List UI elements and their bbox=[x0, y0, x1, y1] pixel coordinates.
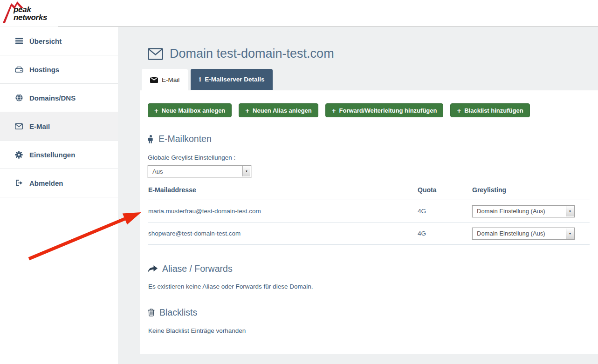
quota-cell: 4G bbox=[417, 200, 472, 222]
tab-mailserver-details[interactable]: i E-Mailserver Details bbox=[191, 69, 273, 90]
aliases-empty-text: Es existieren keine Aliase oder Forwards… bbox=[148, 283, 313, 290]
add-mailbox-label: Neue Mailbox anlegen bbox=[162, 107, 226, 114]
greylisting-row-select[interactable]: Domain Einstellung (Aus) ▼ bbox=[472, 228, 575, 240]
trash-icon bbox=[148, 309, 155, 317]
add-blacklist-label: Blacklist hinzufügen bbox=[464, 107, 523, 114]
aliases-heading: Aliase / Forwards bbox=[148, 263, 233, 274]
brand-line2: networks bbox=[14, 13, 47, 22]
mail-accounts-heading: E-Mailkonten bbox=[148, 134, 212, 144]
envelope-title-icon bbox=[148, 48, 163, 60]
sidebar-item-label: Abmelden bbox=[29, 179, 63, 187]
table-row: maria.musterfrau@test-domain-test.com 4G… bbox=[148, 200, 590, 222]
sidebar-item-label: Übersicht bbox=[29, 37, 62, 45]
bars-icon bbox=[14, 38, 23, 44]
plus-icon: + bbox=[457, 107, 461, 114]
sidebar-item-label: E-Mail bbox=[29, 122, 50, 130]
plus-icon: + bbox=[332, 107, 336, 114]
blacklists-empty-text: Keine Blacklist Einträge vorhanden bbox=[148, 327, 246, 334]
tab-mailserver-details-label: E-Mailserver Details bbox=[205, 76, 264, 83]
tab-email[interactable]: E-Mail bbox=[142, 69, 188, 90]
tab-bar: E-Mail i E-Mailserver Details bbox=[142, 69, 273, 90]
gear-icon bbox=[14, 151, 23, 159]
table-row: shopware@test-domain-test.com 4G Domain … bbox=[148, 222, 590, 245]
envelope-icon bbox=[14, 123, 23, 129]
sidebar-item-label: Domains/DNS bbox=[29, 94, 76, 102]
top-header: peak networks bbox=[0, 0, 598, 27]
sidebar-item-label: Einstellungen bbox=[29, 151, 75, 159]
add-forward-button[interactable]: + Forward/Weiterleitung hinzufügen bbox=[325, 103, 444, 117]
sign-out-icon bbox=[14, 180, 23, 186]
sidebar-nav: Übersicht Hostings bbox=[0, 27, 118, 364]
table-header-row: E-Mailaddresse Quota Greylisting bbox=[148, 182, 590, 200]
add-blacklist-button[interactable]: + Blacklist hinzufügen bbox=[450, 103, 529, 117]
mail-accounts-heading-text: E-Mailkonten bbox=[158, 134, 212, 144]
chevron-down-icon: ▼ bbox=[242, 166, 250, 176]
brand-name: peak networks bbox=[14, 6, 47, 21]
greylist-global-label: Globale Greylist Einstellungen : bbox=[148, 154, 235, 161]
greylisting-row-select-value: Domain Einstellung (Aus) bbox=[477, 208, 545, 215]
page-title-text: Domain test-domain-test.com bbox=[170, 47, 334, 61]
chevron-down-icon: ▼ bbox=[566, 229, 574, 239]
greylist-global-select[interactable]: Aus ▼ bbox=[148, 165, 251, 177]
main-content: Domain test-domain-test.com E-Mail i E-M… bbox=[118, 27, 598, 364]
email-cell: maria.musterfrau@test-domain-test.com bbox=[148, 200, 417, 222]
chevron-down-icon: ▼ bbox=[566, 206, 574, 216]
share-arrow-icon bbox=[148, 265, 158, 273]
plus-icon: + bbox=[245, 107, 249, 114]
hdd-icon bbox=[14, 66, 23, 73]
quota-cell: 4G bbox=[417, 222, 472, 245]
email-cell: shopware@test-domain-test.com bbox=[148, 222, 417, 245]
globe-icon bbox=[14, 94, 23, 101]
app-root: peak networks Übersicht bbox=[0, 0, 598, 364]
column-header-email: E-Mailaddresse bbox=[148, 182, 417, 200]
greylist-global-select-value: Aus bbox=[152, 168, 163, 175]
envelope-filled-icon bbox=[150, 77, 158, 83]
add-alias-button[interactable]: + Neuen Alias anlegen bbox=[239, 103, 318, 117]
info-icon: i bbox=[199, 76, 201, 83]
add-alias-label: Neuen Alias anlegen bbox=[253, 107, 312, 114]
person-icon bbox=[148, 135, 154, 143]
column-header-greylisting: Greylisting bbox=[472, 182, 590, 200]
sidebar-item-abmelden[interactable]: Abmelden bbox=[0, 169, 118, 197]
greylisting-row-select[interactable]: Domain Einstellung (Aus) ▼ bbox=[472, 205, 575, 217]
sidebar-item-hostings[interactable]: Hostings bbox=[0, 55, 118, 84]
sidebar-item-domains-dns[interactable]: Domains/DNS bbox=[0, 84, 118, 112]
brand-logo[interactable]: peak networks bbox=[0, 0, 58, 27]
sidebar-item-einstellungen[interactable]: Einstellungen bbox=[0, 141, 118, 169]
sidebar-item-email[interactable]: E-Mail bbox=[0, 112, 118, 141]
sidebar-item-uebersicht[interactable]: Übersicht bbox=[0, 27, 118, 55]
blacklists-heading-text: Blacklists bbox=[159, 307, 197, 318]
blacklists-heading: Blacklists bbox=[148, 307, 197, 318]
aliases-heading-text: Aliase / Forwards bbox=[162, 263, 233, 274]
column-header-quota: Quota bbox=[417, 182, 472, 200]
add-mailbox-button[interactable]: + Neue Mailbox anlegen bbox=[148, 103, 232, 117]
page-title: Domain test-domain-test.com bbox=[148, 47, 334, 61]
action-button-row: + Neue Mailbox anlegen + Neuen Alias anl… bbox=[148, 103, 530, 117]
greylisting-row-select-value: Domain Einstellung (Aus) bbox=[477, 230, 545, 237]
tab-email-label: E-Mail bbox=[162, 76, 179, 83]
mail-accounts-table: E-Mailaddresse Quota Greylisting maria.m… bbox=[148, 182, 590, 245]
content-panel: + Neue Mailbox anlegen + Neuen Alias anl… bbox=[140, 90, 598, 354]
plus-icon: + bbox=[154, 107, 158, 114]
sidebar-item-label: Hostings bbox=[29, 66, 59, 74]
add-forward-label: Forward/Weiterleitung hinzufügen bbox=[339, 107, 437, 114]
